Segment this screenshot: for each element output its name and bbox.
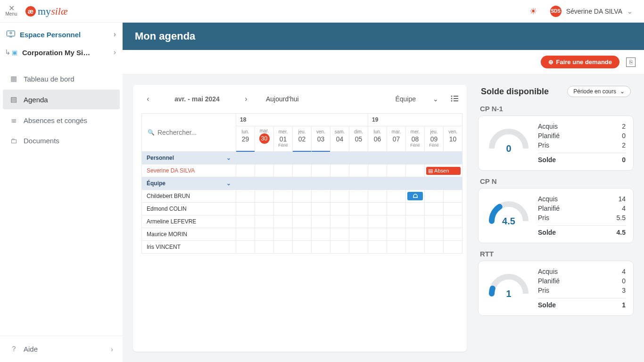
day-cell[interactable]: [425, 190, 444, 203]
day-header[interactable]: lun.06: [368, 126, 387, 152]
day-cell[interactable]: [312, 190, 330, 203]
day-cell[interactable]: [387, 190, 406, 203]
day-cell[interactable]: [425, 241, 444, 254]
day-cell[interactable]: [425, 203, 444, 215]
day-cell[interactable]: [444, 215, 462, 228]
day-cell[interactable]: [425, 215, 444, 228]
day-cell[interactable]: [425, 228, 444, 241]
day-cell[interactable]: ▤Absen: [425, 165, 462, 177]
day-cell[interactable]: [406, 241, 425, 254]
day-cell[interactable]: [293, 203, 312, 215]
day-cell[interactable]: [368, 203, 387, 215]
day-cell[interactable]: [349, 215, 368, 228]
day-cell[interactable]: [349, 228, 368, 241]
day-cell[interactable]: [387, 241, 406, 254]
day-cell[interactable]: [236, 215, 255, 228]
day-cell[interactable]: [330, 215, 349, 228]
day-cell[interactable]: [349, 203, 368, 215]
day-cell[interactable]: [274, 190, 293, 203]
day-cell[interactable]: [387, 215, 406, 228]
day-cell[interactable]: [293, 228, 312, 241]
day-cell[interactable]: [236, 203, 255, 215]
sidebar-item-agenda[interactable]: ▤ Agenda: [3, 90, 120, 109]
day-cell[interactable]: [444, 241, 462, 254]
day-header[interactable]: ven.10: [444, 126, 462, 152]
day-cell[interactable]: [255, 215, 274, 228]
day-cell[interactable]: [444, 203, 462, 215]
day-cell[interactable]: [274, 228, 293, 241]
sidebar-item-absences[interactable]: ≣ Absences et congés: [3, 110, 120, 130]
day-cell[interactable]: [312, 228, 330, 241]
day-cell[interactable]: [349, 241, 368, 254]
day-cell[interactable]: [406, 215, 425, 228]
day-header[interactable]: mer.08Férié: [406, 126, 425, 152]
search-input[interactable]: [157, 129, 230, 136]
day-cell[interactable]: [312, 203, 330, 215]
day-cell[interactable]: [330, 241, 349, 254]
person-name[interactable]: Iris VINCENT: [142, 241, 236, 254]
period-select[interactable]: Période en cours ⌄: [567, 86, 631, 97]
request-button[interactable]: ⊕ Faire une demande: [541, 56, 619, 68]
group-header[interactable]: Équipe⌄: [142, 177, 236, 190]
day-cell[interactable]: [387, 203, 406, 215]
day-cell[interactable]: [274, 215, 293, 228]
view-select[interactable]: Équipe ⌄: [395, 95, 438, 103]
day-cell[interactable]: [330, 165, 349, 177]
user-menu[interactable]: SDS Séverine DA SILVA ⌄: [550, 6, 639, 17]
day-cell[interactable]: [255, 165, 274, 177]
person-name[interactable]: Edmond COLIN: [142, 203, 236, 215]
day-cell[interactable]: [236, 241, 255, 254]
day-cell[interactable]: [444, 190, 462, 203]
day-cell[interactable]: [255, 190, 274, 203]
group-header[interactable]: Personnel⌄: [142, 152, 236, 165]
day-cell[interactable]: [368, 241, 387, 254]
day-cell[interactable]: [236, 165, 255, 177]
day-cell[interactable]: [312, 165, 330, 177]
day-cell[interactable]: [406, 228, 425, 241]
day-cell[interactable]: [368, 228, 387, 241]
day-header[interactable]: lun.29: [236, 126, 255, 152]
sidebar-help[interactable]: ？ Aide ›: [3, 337, 120, 361]
day-header[interactable]: jeu.09Férié: [425, 126, 444, 152]
day-cell[interactable]: [236, 228, 255, 241]
day-cell[interactable]: [387, 228, 406, 241]
absence-tag[interactable]: ▤Absen: [426, 167, 461, 175]
day-cell[interactable]: [274, 165, 293, 177]
day-cell[interactable]: [406, 203, 425, 215]
sidebar-item-documents[interactable]: 🗀 Documents: [3, 131, 120, 150]
sidebar-espace-personnel[interactable]: Espace Personnel ›: [0, 25, 123, 43]
day-cell[interactable]: [293, 241, 312, 254]
sidebar-corporation[interactable]: ↳ ▣ Corporation My Si… ›: [0, 43, 123, 61]
day-cell[interactable]: [349, 165, 368, 177]
day-header[interactable]: mar.30: [255, 126, 274, 152]
day-cell[interactable]: [349, 190, 368, 203]
person-name[interactable]: Severine DA SILVA: [142, 165, 236, 177]
day-cell[interactable]: [312, 215, 330, 228]
day-cell[interactable]: [444, 228, 462, 241]
prev-button[interactable]: ‹: [141, 92, 155, 106]
theme-icon[interactable]: ☀: [529, 6, 537, 16]
exit-icon[interactable]: ⎘: [626, 58, 636, 67]
day-cell[interactable]: [406, 165, 425, 177]
day-cell[interactable]: [293, 165, 312, 177]
day-cell[interactable]: [312, 241, 330, 254]
day-cell[interactable]: [330, 203, 349, 215]
day-cell[interactable]: [293, 190, 312, 203]
today-button[interactable]: Aujourd'hui: [266, 95, 299, 103]
day-cell[interactable]: [255, 203, 274, 215]
day-cell[interactable]: [293, 215, 312, 228]
day-header[interactable]: sam.04: [330, 126, 349, 152]
day-header[interactable]: mer.01Férié: [274, 126, 293, 152]
day-header[interactable]: dim.05: [349, 126, 368, 152]
day-cell[interactable]: [330, 190, 349, 203]
day-cell[interactable]: [236, 190, 255, 203]
next-button[interactable]: ›: [239, 92, 253, 106]
day-header[interactable]: mar.07: [387, 126, 406, 152]
day-cell[interactable]: [368, 215, 387, 228]
person-name[interactable]: Childebert BRUN: [142, 190, 236, 203]
day-cell[interactable]: [255, 241, 274, 254]
day-cell[interactable]: [274, 241, 293, 254]
person-name[interactable]: Armeline LEFEVRE: [142, 215, 236, 228]
person-name[interactable]: Maurice MORIN: [142, 228, 236, 241]
activity-chip[interactable]: [407, 192, 423, 200]
